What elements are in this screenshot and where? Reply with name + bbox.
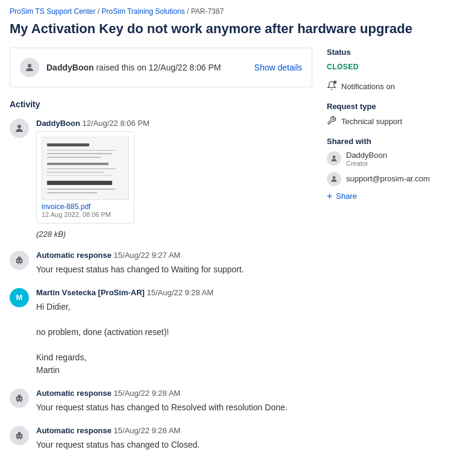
shared-user-info-1: DaddyBoon Creator (346, 151, 387, 167)
svg-rect-19 (20, 438, 22, 439)
activity-content: DaddyBoon 12/Aug/22 8:06 PM (36, 119, 312, 239)
activity-timestamp: 15/Aug/22 9:27 AM (114, 251, 181, 260)
activity-header: Automatic response 15/Aug/22 9:27 AM (36, 251, 312, 260)
page-title: My Activation Key do not work anymore af… (10, 20, 447, 38)
svg-point-23 (333, 176, 336, 179)
activity-message: Your request status has changed to Waiti… (36, 263, 312, 276)
shared-user-row: DaddyBoon Creator (327, 151, 447, 167)
activity-header: DaddyBoon 12/Aug/22 8:06 PM (36, 119, 312, 128)
list-item: Automatic response 15/Aug/22 9:27 AM You… (10, 251, 312, 276)
svg-rect-3 (18, 257, 21, 258)
svg-point-4 (17, 260, 19, 261)
svg-point-22 (333, 155, 336, 158)
list-item: DaddyBoon 12/Aug/22 8:06 PM (10, 119, 312, 239)
activity-username: Automatic response (36, 251, 112, 260)
activity-content: Automatic response 15/Aug/22 9:27 AM You… (36, 251, 312, 276)
avatar (10, 389, 29, 408)
svg-point-0 (28, 64, 31, 67)
activity-message: Your request status has changed to Close… (36, 439, 312, 451)
breadcrumb-link-2[interactable]: ProSim Training Solutions (102, 7, 185, 16)
show-details-button[interactable]: Show details (254, 63, 302, 72)
shared-with-label: Shared with (327, 137, 447, 146)
svg-point-16 (17, 435, 19, 436)
list-item: Automatic response 15/Aug/22 9:28 AM You… (10, 426, 312, 451)
status-label: Status (327, 48, 447, 57)
attachment-preview (42, 137, 129, 200)
svg-rect-6 (17, 263, 19, 264)
raised-by-avatar (20, 58, 39, 77)
left-column: DaddyBoon raised this on 12/Aug/22 8:06 … (10, 48, 312, 463)
shared-avatar-2 (327, 172, 341, 186)
attachment-box[interactable]: invoice-885.pdf 12 Aug 2022, 08:06 PM (36, 131, 134, 224)
svg-rect-13 (20, 401, 22, 402)
activity-content: Automatic response 15/Aug/22 9:28 AM You… (36, 389, 312, 414)
activity-content: Automatic response 15/Aug/22 9:28 AM You… (36, 426, 312, 451)
share-button[interactable]: + Share (327, 191, 447, 202)
avatar (10, 426, 29, 445)
notifications-row[interactable]: Notifications on (327, 81, 447, 92)
status-badge: CLOSED (327, 63, 359, 71)
raised-by-text: DaddyBoon raised this on 12/Aug/22 8:06 … (46, 63, 247, 72)
raised-by-username: DaddyBoon (46, 63, 94, 72)
svg-point-11 (20, 398, 21, 399)
shared-with-section: Shared with DaddyBoon Creator support@pr… (327, 137, 447, 202)
shared-user-row: support@prosim-ar.com (327, 172, 447, 186)
activity-username: Martin Vsetecka [ProSim-AR] (36, 288, 145, 297)
svg-rect-7 (20, 263, 22, 264)
share-label: Share (336, 192, 357, 201)
svg-point-1 (17, 125, 21, 128)
breadcrumb-sep-2: / (187, 7, 191, 16)
activity-message: Hi Didier, no problem, done (activation … (36, 301, 312, 377)
activity-header: Automatic response 15/Aug/22 9:28 AM (36, 389, 312, 398)
attachment-datetime: 12 Aug 2022, 08:06 PM (42, 211, 129, 218)
shared-avatar-1 (327, 151, 341, 166)
breadcrumb-sep-1: / (98, 7, 102, 16)
raised-by-box: DaddyBoon raised this on 12/Aug/22 8:06 … (10, 48, 312, 87)
activity-section: Activity DaddyBoon 12/Aug/22 8:06 PM (10, 99, 312, 451)
request-type-value: Technical support (341, 117, 402, 126)
svg-point-5 (20, 260, 21, 261)
sidebar: Status CLOSED Notifications on Request t… (327, 48, 447, 202)
svg-point-17 (20, 435, 21, 436)
wrench-icon (327, 116, 336, 127)
shared-user-info-2: support@prosim-ar.com (346, 174, 430, 183)
request-type-label: Request type (327, 102, 447, 111)
activity-timestamp: 15/Aug/22 9:28 AM (114, 389, 181, 398)
shared-email-2: support@prosim-ar.com (346, 174, 430, 183)
attachment-filename: invoice-885.pdf (42, 202, 129, 211)
svg-rect-2 (16, 258, 23, 263)
svg-point-10 (17, 398, 19, 399)
activity-message: Your request status has changed to Resol… (36, 401, 312, 414)
activity-timestamp: 15/Aug/22 9:28 AM (114, 426, 181, 435)
svg-rect-18 (17, 438, 19, 439)
activity-header: Automatic response 15/Aug/22 9:28 AM (36, 426, 312, 435)
breadcrumb-ticket: PAR-7387 (191, 7, 224, 16)
avatar: M (10, 288, 29, 307)
list-item: M Martin Vsetecka [ProSim-AR] 15/Aug/22 … (10, 288, 312, 377)
shared-username-1: DaddyBoon (346, 151, 387, 160)
svg-rect-8 (16, 396, 23, 401)
activity-timestamp: 12/Aug/22 8:06 PM (83, 119, 150, 128)
avatar (10, 251, 29, 270)
request-type-section: Request type Technical support (327, 102, 447, 127)
svg-rect-21 (334, 81, 336, 83)
breadcrumb: ProSim TS Support Center / ProSim Traini… (10, 7, 447, 16)
attachment-size: (228 kB) (36, 230, 312, 239)
activity-username: Automatic response (36, 389, 112, 398)
activity-label: Activity (10, 99, 312, 109)
activity-username: Automatic response (36, 426, 112, 435)
svg-rect-14 (16, 434, 23, 439)
activity-timestamp: 15/Aug/22 9:28 AM (147, 288, 214, 297)
status-section: Status CLOSED (327, 48, 447, 71)
svg-rect-9 (18, 395, 21, 396)
raised-by-info: raised this on 12/Aug/22 8:06 PM (96, 63, 221, 72)
list-item: Automatic response 15/Aug/22 9:28 AM You… (10, 389, 312, 414)
activity-header: Martin Vsetecka [ProSim-AR] 15/Aug/22 9:… (36, 288, 312, 297)
svg-rect-15 (18, 432, 21, 434)
activity-content: Martin Vsetecka [ProSim-AR] 15/Aug/22 9:… (36, 288, 312, 377)
notifications-label: Notifications on (341, 82, 395, 91)
request-type-row: Technical support (327, 116, 447, 127)
breadcrumb-link-1[interactable]: ProSim TS Support Center (10, 7, 96, 16)
svg-rect-12 (17, 401, 19, 402)
bell-icon (327, 81, 336, 92)
